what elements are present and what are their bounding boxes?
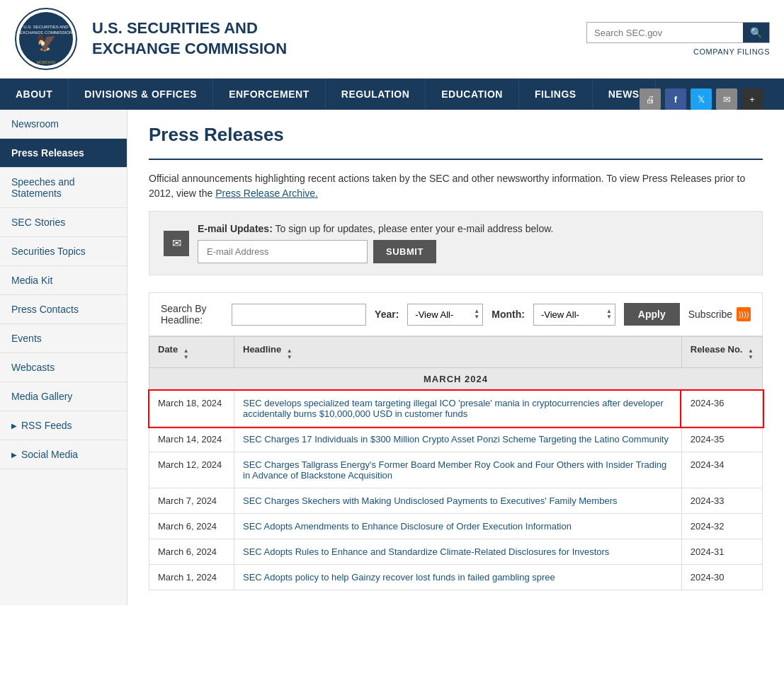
table-row: March 6, 2024 SEC Adopts Rules to Enhanc…: [149, 539, 763, 565]
month-group-label: MARCH 2024: [149, 368, 763, 391]
subscribe-wrap[interactable]: Subscribe )))): [688, 307, 751, 321]
table-row: March 14, 2024 SEC Charges 17 Individual…: [149, 427, 763, 452]
row-headline: SEC Adopts Rules to Enhance and Standard…: [234, 539, 682, 565]
sidebar-item-social-media[interactable]: ▶ Social Media: [0, 440, 127, 469]
submit-button[interactable]: SUBMIT: [373, 240, 436, 263]
site-title: U.S. SECURITIES AND EXCHANGE COMMISSION: [92, 18, 586, 59]
headline-filter-label: Search By Headline:: [161, 303, 223, 326]
row-date: March 14, 2024: [149, 427, 234, 452]
sidebar-item-events[interactable]: Events: [0, 324, 127, 353]
headline-link[interactable]: SEC Adopts Amendments to Enhance Disclos…: [243, 521, 572, 532]
archive-link[interactable]: Press Release Archive.: [215, 188, 318, 199]
page-title: Press Releases: [149, 124, 284, 146]
description-text: Official announcements highlighting rece…: [149, 171, 763, 201]
year-select[interactable]: -View All- 2024 2023 2022 2021 2020: [408, 304, 471, 325]
headline-link[interactable]: SEC Charges Tallgrass Energy's Former Bo…: [243, 459, 666, 481]
row-release: 2024-33: [681, 488, 762, 514]
year-filter-label: Year:: [375, 309, 399, 320]
headline-link[interactable]: SEC Adopts Rules to Enhance and Standard…: [243, 546, 609, 557]
twitter-icon[interactable]: 𝕏: [691, 88, 712, 110]
sec-logo: U.S. SECURITIES AND EXCHANGE COMMISSION …: [14, 7, 78, 71]
search-button[interactable]: 🔍: [743, 23, 769, 42]
row-headline: SEC Charges 17 Individuals in $300 Milli…: [234, 427, 682, 452]
sidebar-item-newsroom[interactable]: Newsroom: [0, 110, 127, 139]
row-release: 2024-35: [681, 427, 762, 452]
search-input[interactable]: [587, 23, 743, 42]
nav-enforcement[interactable]: ENFORCEMENT: [213, 79, 326, 110]
month-filter-label: Month:: [492, 309, 525, 320]
svg-text:U.S. SECURITIES AND: U.S. SECURITIES AND: [23, 25, 69, 29]
social-media-label: Social Media: [21, 449, 78, 460]
nav-education[interactable]: EDUCATION: [426, 79, 519, 110]
apply-button[interactable]: Apply: [624, 303, 680, 326]
headline-link[interactable]: SEC Charges 17 Individuals in $300 Milli…: [243, 434, 669, 445]
table-header-row: Date ▲▼ Headline ▲▼ Release No. ▲▼: [149, 337, 763, 368]
main-layout: Newsroom Press Releases Speeches and Sta…: [0, 110, 784, 605]
svg-text:MCMXXXIV: MCMXXXIV: [37, 60, 56, 64]
row-date: March 12, 2024: [149, 452, 234, 488]
sidebar-item-sec-stories[interactable]: SEC Stories: [0, 208, 127, 237]
header: U.S. SECURITIES AND EXCHANGE COMMISSION …: [0, 0, 784, 79]
sidebar-item-media-kit[interactable]: Media Kit: [0, 266, 127, 295]
print-icon[interactable]: 🖨: [640, 88, 661, 110]
row-date: March 6, 2024: [149, 514, 234, 539]
facebook-icon[interactable]: f: [665, 88, 686, 110]
table-row: March 7, 2024 SEC Charges Skechers with …: [149, 488, 763, 514]
month-select-wrap[interactable]: -View All- January February March April …: [533, 304, 615, 326]
month-select[interactable]: -View All- January February March April …: [534, 304, 603, 325]
row-date: March 18, 2024: [149, 391, 234, 427]
row-release: 2024-32: [681, 514, 762, 539]
row-release: 2024-34: [681, 452, 762, 488]
sidebar-item-securities-topics[interactable]: Securities Topics: [0, 237, 127, 266]
email-field[interactable]: [198, 240, 368, 263]
month-group-header: MARCH 2024: [149, 368, 763, 391]
email-share-icon[interactable]: ✉: [716, 88, 737, 110]
subscribe-label: Subscribe: [688, 309, 732, 320]
row-release: 2024-31: [681, 539, 762, 565]
row-headline: SEC Charges Tallgrass Energy's Former Bo…: [234, 452, 682, 488]
release-column-header[interactable]: Release No. ▲▼: [681, 337, 762, 368]
sidebar: Newsroom Press Releases Speeches and Sta…: [0, 110, 127, 605]
company-filings-link[interactable]: COMPANY FILINGS: [693, 47, 770, 56]
nav-divisions[interactable]: DIVISIONS & OFFICES: [69, 79, 213, 110]
email-signup-box: ✉ E-mail Updates: To sign up for updates…: [149, 211, 763, 275]
rss-subscribe-icon: )))): [737, 307, 751, 321]
row-headline: SEC Adopts policy to help Gainzy recover…: [234, 565, 682, 590]
table-row: March 1, 2024 SEC Adopts policy to help …: [149, 565, 763, 590]
row-date: March 6, 2024: [149, 539, 234, 565]
headline-link[interactable]: SEC Adopts policy to help Gainzy recover…: [243, 572, 555, 583]
table-row: March 18, 2024 SEC develops specialized …: [149, 391, 763, 427]
row-headline: SEC Charges Skechers with Making Undiscl…: [234, 488, 682, 514]
headline-link[interactable]: SEC develops specialized team targeting …: [243, 398, 664, 419]
row-headline: SEC Adopts Amendments to Enhance Disclos…: [234, 514, 682, 539]
releases-table: Date ▲▼ Headline ▲▼ Release No. ▲▼ MARCH…: [149, 336, 763, 590]
year-select-wrap[interactable]: -View All- 2024 2023 2022 2021 2020 ▲ ▼: [407, 304, 483, 326]
row-date: March 7, 2024: [149, 488, 234, 514]
headline-link[interactable]: SEC Charges Skechers with Making Undiscl…: [243, 495, 617, 506]
rss-feeds-label: RSS Feeds: [21, 420, 72, 431]
sidebar-item-speeches[interactable]: Speeches and Statements: [0, 168, 127, 208]
table-row: March 6, 2024 SEC Adopts Amendments to E…: [149, 514, 763, 539]
main-content: Press Releases 🖨 f 𝕏 ✉ + Official announ…: [127, 110, 784, 605]
share-bar: 🖨 f 𝕏 ✉ +: [640, 88, 763, 110]
headline-column-header[interactable]: Headline ▲▼: [234, 337, 682, 368]
row-date: March 1, 2024: [149, 565, 234, 590]
sidebar-item-press-contacts[interactable]: Press Contacts: [0, 295, 127, 324]
month-arrows: ▲ ▼: [603, 309, 615, 320]
svg-text:🦅: 🦅: [35, 32, 57, 52]
sidebar-item-webcasts[interactable]: Webcasts: [0, 353, 127, 382]
nav-filings[interactable]: FILINGS: [519, 79, 593, 110]
nav-regulation[interactable]: REGULATION: [326, 79, 426, 110]
social-expand-arrow: ▶: [11, 451, 17, 459]
search-bar[interactable]: 🔍: [586, 22, 770, 43]
sidebar-item-media-gallery[interactable]: Media Gallery: [0, 382, 127, 411]
email-signup-text: E-mail Updates: To sign up for updates, …: [198, 223, 748, 234]
rss-expand-arrow: ▶: [11, 422, 17, 430]
email-form: SUBMIT: [198, 240, 748, 263]
sidebar-item-press-releases[interactable]: Press Releases: [0, 139, 127, 168]
sidebar-item-rss-feeds[interactable]: ▶ RSS Feeds: [0, 411, 127, 440]
headline-search-input[interactable]: [232, 304, 366, 326]
nav-about[interactable]: ABOUT: [0, 79, 69, 110]
date-column-header[interactable]: Date ▲▼: [149, 337, 234, 368]
more-share-icon[interactable]: +: [742, 88, 763, 110]
